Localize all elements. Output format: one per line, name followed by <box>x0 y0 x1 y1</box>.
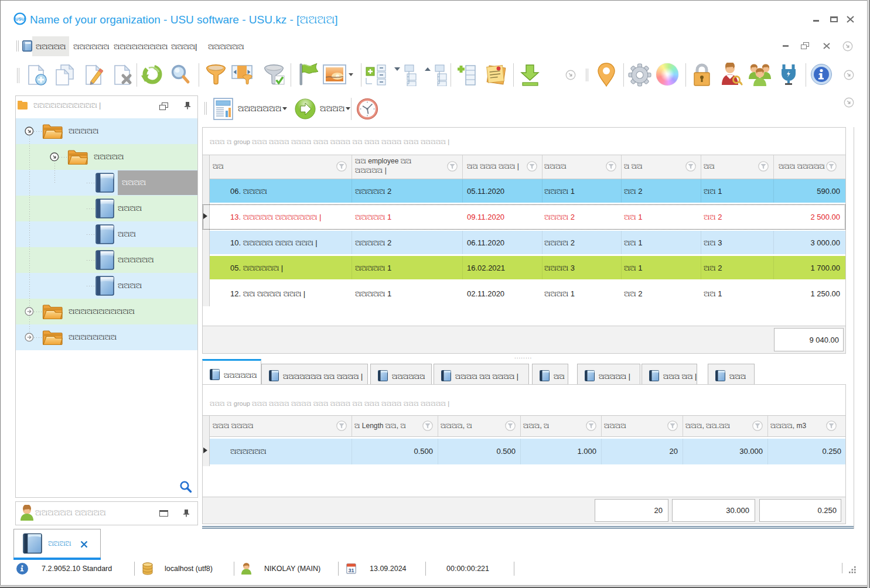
svg-text:USU: USU <box>15 16 25 22</box>
svg-text:31: 31 <box>348 568 354 573</box>
